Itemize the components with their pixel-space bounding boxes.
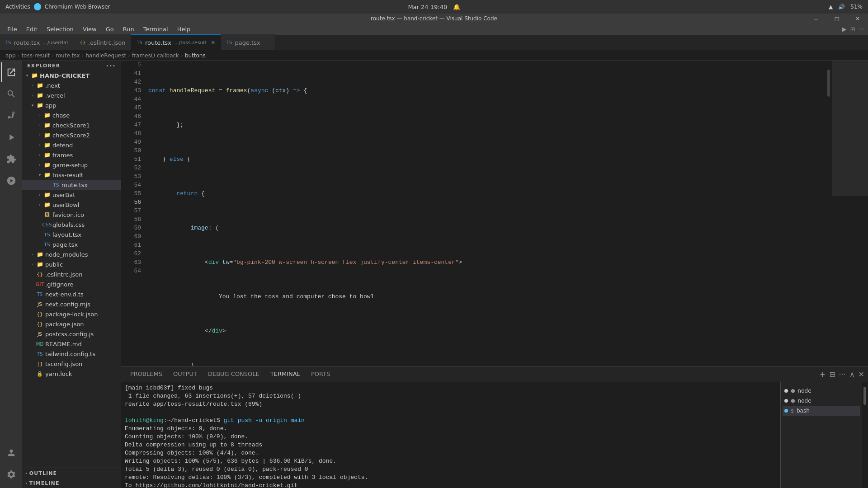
menu-terminal[interactable]: Terminal (140, 25, 172, 33)
tab-ports[interactable]: PORTS (306, 366, 335, 382)
tree-item-checkscore1[interactable]: › 📁 checkScore1 (22, 120, 121, 130)
tree-item-next[interactable]: › 📁 .next (22, 80, 121, 90)
menu-help[interactable]: Help (174, 25, 194, 33)
remote-icon[interactable] (1, 171, 21, 191)
minimize-button[interactable]: — (806, 14, 826, 23)
tree-item-public[interactable]: › 📁 public (22, 259, 121, 269)
tree-item-checkscore2[interactable]: › 📁 checkScore2 (22, 130, 121, 140)
code-line: return { (148, 189, 826, 198)
tree-item-layout[interactable]: TS layout.tsx (22, 230, 121, 239)
editor-scrollbar[interactable] (826, 61, 832, 366)
terminal-process-node1[interactable]: ⬢ node (783, 386, 860, 396)
timeline-header[interactable]: › TIMELINE (22, 478, 121, 488)
run-icon[interactable]: ▶ (842, 26, 847, 33)
maximize-panel-button[interactable]: ∧ (849, 370, 855, 379)
more-icon[interactable]: ··· (859, 26, 864, 33)
terminal-content[interactable]: [main 1cbd03f] fixed bugs 1 file changed… (121, 382, 780, 488)
breadcrumb-item-current[interactable]: buttons (185, 52, 206, 59)
process-label: node (798, 398, 811, 404)
tree-item-tossresult[interactable]: ▾ 📁 toss-result (22, 170, 121, 180)
breadcrumb-item[interactable]: app (5, 52, 16, 59)
tree-item-gamesetup[interactable]: › 📁 game-setup (22, 160, 121, 170)
menu-edit[interactable]: Edit (23, 25, 41, 33)
json-file-icon: {} (36, 311, 43, 317)
menu-go[interactable]: Go (102, 25, 118, 33)
split-icon[interactable]: ⊞ (850, 26, 855, 33)
tree-label: frames (52, 152, 73, 159)
tree-item-gitignore[interactable]: GIT .gitignore (22, 279, 121, 289)
tree-item-userbat[interactable]: › 📁 userBat (22, 190, 121, 200)
sidebar: EXPLORER ··· ▾ 📁 HAND-CRICKET › 📁 .next … (22, 61, 121, 488)
tree-item-defend[interactable]: › 📁 defend (22, 140, 121, 150)
tree-item-nextenv[interactable]: TS next-env.d.ts (22, 289, 121, 299)
explorer-icon[interactable] (1, 62, 21, 82)
folder-icon: 📁 (36, 102, 43, 108)
menu-selection[interactable]: Selection (43, 25, 77, 33)
breadcrumb-item[interactable]: route.tsx (56, 52, 80, 59)
tree-item-userbowl[interactable]: › 📁 userBowl (22, 200, 121, 210)
tree-item-nodemodules[interactable]: › 📁 node_modules (22, 249, 121, 259)
tree-item-tailwind[interactable]: TS tailwind.config.ts (22, 349, 121, 359)
tab-debug-console[interactable]: DEBUG CONSOLE (203, 366, 265, 382)
breadcrumb-item[interactable]: frames() callback (132, 52, 179, 59)
terminal-scrollbar[interactable] (862, 382, 868, 488)
tree-item-frames[interactable]: › 📁 frames (22, 150, 121, 160)
code-editor[interactable]: 5 41 42 43 44 45 46 47 48 49 50 51 52 53… (121, 61, 868, 366)
run-debug-icon[interactable] (1, 127, 21, 147)
json-file-icon: {} (36, 321, 43, 327)
extensions-icon[interactable] (1, 149, 21, 169)
tree-item-packagejson[interactable]: {} package.json (22, 319, 121, 329)
more-actions-button[interactable]: ··· (839, 370, 846, 379)
tree-item-packagelock[interactable]: {} package-lock.json (22, 309, 121, 319)
tab-path-active: .../toss-result (174, 40, 207, 46)
terminal-process-node2[interactable]: ⬢ node (783, 396, 860, 406)
maximize-button[interactable]: □ (826, 14, 847, 23)
sidebar-more-button[interactable]: ··· (106, 61, 116, 70)
terminal-process-bash[interactable]: $ bash (783, 406, 860, 416)
tree-item-page[interactable]: TS page.tsx (22, 239, 121, 249)
menu-view[interactable]: View (79, 25, 100, 33)
code-content[interactable]: const handleRequest = frames(async (ctx)… (145, 61, 826, 366)
tree-item-readme[interactable]: MD README.md (22, 339, 121, 349)
tree-item-postcss[interactable]: JS postcss.config.js (22, 329, 121, 339)
tree-item-nextconfig[interactable]: JS next.config.mjs (22, 299, 121, 309)
tree-item-yarnlock[interactable]: 🔒 yarn.lock (22, 369, 121, 379)
line-number: 42 (121, 78, 141, 86)
close-panel-button[interactable]: ✕ (859, 370, 864, 379)
tab-problems[interactable]: PROBLEMS (125, 366, 168, 382)
tab-output[interactable]: OUTPUT (168, 366, 203, 382)
tab-route-toss[interactable]: TS route.tsx .../toss-result ✕ (131, 34, 221, 50)
close-button[interactable]: ✕ (847, 14, 868, 23)
scroll-thumb[interactable] (827, 70, 830, 97)
split-terminal-button[interactable]: ⊟ (829, 370, 835, 379)
terminal-scroll-thumb[interactable] (863, 387, 866, 405)
tree-item-app[interactable]: ▾ 📁 app (22, 100, 121, 110)
tree-item-vercel[interactable]: › 📁 .vercel (22, 90, 121, 100)
new-terminal-button[interactable]: + (820, 370, 826, 379)
tree-item-route-active[interactable]: TS route.tsx (22, 180, 121, 190)
tree-item-tsconfig[interactable]: {} tsconfig.json (22, 359, 121, 369)
activities-label[interactable]: Activities (5, 4, 30, 10)
tab-route-userbat[interactable]: TS route.tsx .../userBat (0, 34, 74, 50)
tab-page[interactable]: TS page.tsx (221, 34, 275, 50)
tree-root[interactable]: ▾ 📁 HAND-CRICKET (22, 70, 121, 80)
tree-label: next-env.d.ts (45, 291, 84, 298)
breadcrumb-item[interactable]: handleRequest (85, 52, 126, 59)
search-icon[interactable] (1, 84, 21, 104)
tree-item-chase[interactable]: › 📁 chase (22, 110, 121, 120)
tree-item-eslintrc[interactable]: {} .eslintrc.json (22, 269, 121, 279)
tree-item-globals[interactable]: CSS globals.css (22, 220, 121, 230)
account-icon[interactable] (1, 443, 21, 463)
source-control-icon[interactable] (1, 106, 21, 126)
menu-run[interactable]: Run (119, 25, 138, 33)
tree-item-favicon[interactable]: 🖼 favicon.ico (22, 210, 121, 220)
settings-icon[interactable] (1, 465, 21, 484)
breadcrumb-item[interactable]: toss-result (21, 52, 50, 59)
menu-file[interactable]: File (4, 25, 21, 33)
tab-terminal[interactable]: TERMINAL (265, 366, 306, 382)
tab-close-button[interactable]: ✕ (211, 40, 215, 46)
outline-header[interactable]: › OUTLINE (22, 468, 121, 478)
tab-eslintrc[interactable]: {} .eslintrc.json (74, 34, 131, 50)
js-file-icon: JS (36, 301, 43, 307)
process-dot-active (784, 409, 788, 413)
